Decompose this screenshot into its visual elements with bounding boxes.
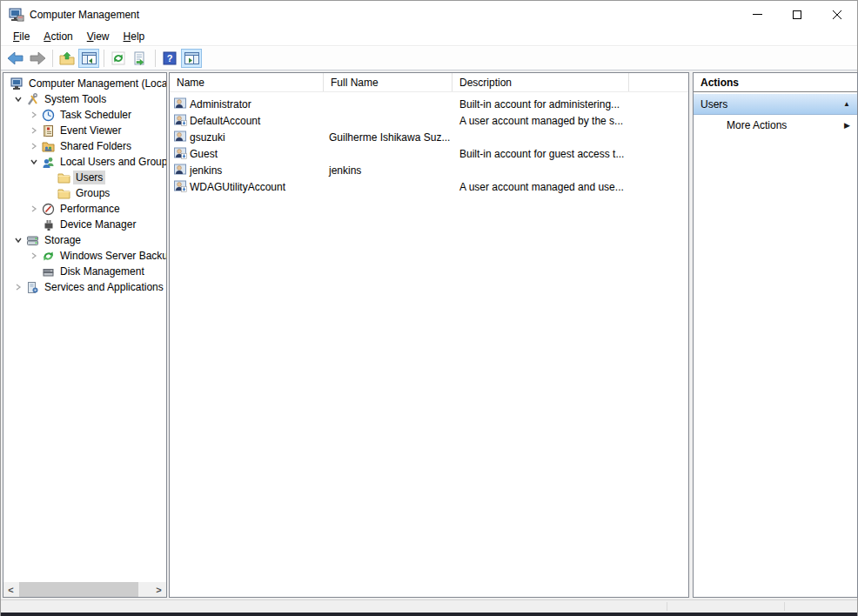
user-row-guest[interactable]: Guest Built-in account for guest access … — [170, 145, 688, 162]
action-pane-toggle-icon — [184, 52, 199, 64]
chevron-down-icon[interactable] — [10, 92, 26, 106]
user-full-name: Guilherme Ishikawa Suz... — [322, 131, 451, 144]
user-name: WDAGUtilityAccount — [188, 181, 322, 193]
tree-item-services-and-applications[interactable]: Services and Applications — [3, 279, 166, 295]
tree-item-users[interactable]: Users — [3, 170, 166, 185]
tree-item-shared-folders[interactable]: Shared Folders — [3, 138, 166, 154]
menu-view[interactable]: View — [80, 29, 117, 44]
status-divider — [667, 602, 667, 611]
forward-button[interactable] — [27, 49, 48, 68]
status-divider — [784, 602, 785, 611]
shared-folders-icon — [42, 139, 57, 153]
user-row-administrator[interactable]: Administrator Built-in account for admin… — [170, 96, 688, 112]
users-groups-icon — [42, 155, 57, 169]
scroll-left-icon[interactable]: < — [3, 582, 18, 597]
user-description: Built-in account for guest access t... — [451, 148, 627, 160]
actions-group-users[interactable]: Users ▲ — [694, 94, 857, 115]
menu-help[interactable]: Help — [117, 29, 152, 44]
more-actions-label: More Actions — [727, 119, 787, 131]
more-actions-item[interactable]: More Actions ▶ — [694, 115, 857, 136]
column-header-name[interactable]: Name — [170, 73, 324, 91]
chevron-right-icon[interactable] — [26, 249, 42, 263]
tree-item-performance[interactable]: Performance — [3, 201, 166, 217]
close-button[interactable] — [817, 1, 857, 28]
user-icon — [174, 164, 188, 177]
horizontal-scrollbar[interactable]: < > — [3, 582, 166, 597]
user-description: Built-in account for administering... — [451, 98, 627, 110]
tree-item-local-users-and-groups[interactable]: Local Users and Groups — [3, 154, 166, 170]
status-bar — [1, 599, 857, 613]
refresh-button[interactable] — [108, 49, 129, 68]
menu-action[interactable]: Action — [37, 29, 79, 44]
bottom-strip — [1, 613, 857, 616]
maximize-button[interactable] — [777, 1, 817, 28]
tree-item-storage[interactable]: Storage — [3, 232, 166, 248]
tree-item-label: Disk Management — [57, 264, 147, 278]
column-header-description[interactable]: Description — [452, 73, 629, 91]
main-area: Computer Management (Local System Tools — [1, 70, 857, 599]
scrollbar-thumb[interactable] — [19, 582, 138, 597]
tree-item-label: Storage — [42, 233, 84, 247]
tree-item-label: Shared Folders — [57, 139, 134, 153]
column-header-full-name[interactable]: Full Name — [324, 73, 452, 91]
forward-arrow-icon — [30, 52, 45, 64]
close-icon — [832, 10, 842, 20]
chevron-right-icon[interactable] — [26, 108, 42, 122]
user-icon — [174, 97, 188, 110]
menu-file[interactable]: File — [6, 29, 37, 44]
user-description: A user account managed by the s... — [451, 115, 627, 127]
tree-item-groups[interactable]: Groups — [3, 185, 166, 201]
storage-icon — [26, 233, 42, 247]
folder-icon — [57, 171, 73, 184]
scroll-right-icon[interactable]: > — [151, 582, 166, 597]
tree-item-computer-management[interactable]: Computer Management (Local — [3, 76, 166, 91]
user-row-wdagutilityaccount[interactable]: WDAGUtilityAccount A user account manage… — [170, 178, 688, 195]
user-description: A user account managed and use... — [451, 181, 627, 193]
user-row-defaultaccount[interactable]: DefaultAccount A user account managed by… — [170, 112, 688, 129]
minimize-button[interactable] — [737, 1, 777, 28]
chevron-right-icon[interactable] — [26, 202, 42, 216]
chevron-down-icon[interactable] — [10, 233, 26, 247]
app-icon — [9, 7, 24, 23]
device-manager-icon — [42, 218, 57, 231]
clock-icon — [42, 108, 57, 122]
user-name: Guest — [188, 148, 322, 160]
tree-item-windows-server-backup[interactable]: Windows Server Backup — [3, 248, 166, 264]
toolbar-separator — [155, 50, 156, 67]
user-name: Administrator — [188, 98, 322, 110]
list-body: Administrator Built-in account for admin… — [170, 92, 688, 195]
tree: Computer Management (Local System Tools — [3, 73, 166, 295]
action-pane-toggle-button[interactable] — [181, 49, 202, 68]
user-disabled-icon — [174, 114, 188, 127]
tree-item-device-manager[interactable]: Device Manager — [3, 217, 166, 232]
back-button[interactable] — [5, 49, 26, 68]
tree-item-event-viewer[interactable]: Event Viewer — [3, 123, 166, 138]
user-name: gsuzuki — [188, 131, 322, 144]
tree-item-label: Device Manager — [57, 218, 138, 231]
tree-item-label: Windows Server Backup — [57, 249, 167, 263]
chevron-right-icon[interactable] — [26, 139, 42, 153]
help-icon: ? — [163, 51, 177, 65]
tools-icon — [26, 92, 42, 106]
window-title: Computer Management — [30, 9, 139, 21]
user-full-name: jenkins — [322, 164, 451, 177]
user-icon — [174, 131, 188, 144]
toolbar: ? — [1, 47, 857, 70]
tree-item-system-tools[interactable]: System Tools — [3, 91, 166, 107]
chevron-right-icon[interactable] — [26, 124, 42, 137]
up-folder-button[interactable] — [57, 49, 77, 68]
tree-item-disk-management[interactable]: Disk Management — [3, 264, 166, 279]
tree-item-label: Event Viewer — [57, 124, 124, 137]
collapse-arrow-icon[interactable]: ▲ — [843, 100, 850, 108]
tree-item-label: Computer Management (Local — [26, 77, 167, 90]
export-list-button[interactable] — [130, 49, 151, 68]
user-row-gsuzuki[interactable]: gsuzuki Guilherme Ishikawa Suz... — [170, 129, 688, 145]
tree-item-label: System Tools — [42, 92, 109, 106]
user-row-jenkins[interactable]: jenkins jenkins — [170, 162, 688, 178]
tree-item-task-scheduler[interactable]: Task Scheduler — [3, 107, 166, 123]
help-button[interactable]: ? — [159, 49, 180, 68]
chevron-down-icon[interactable] — [26, 155, 42, 169]
event-viewer-icon — [42, 124, 57, 137]
console-tree-toggle-button[interactable] — [78, 49, 99, 68]
chevron-right-icon[interactable] — [10, 280, 26, 294]
